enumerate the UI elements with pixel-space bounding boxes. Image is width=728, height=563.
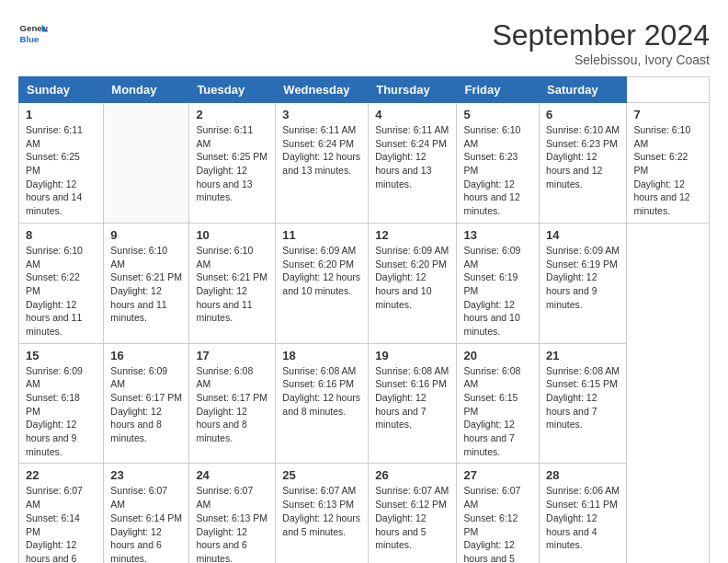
calendar-day-13: 13Sunrise: 6:09 AMSunset: 6:19 PMDayligh… — [457, 223, 540, 343]
calendar-day-7: 7Sunrise: 6:10 AMSunset: 6:22 PMDaylight… — [627, 103, 710, 224]
calendar-day-24: 24Sunrise: 6:07 AMSunset: 6:13 PMDayligh… — [189, 464, 276, 563]
location: Selebissou, Ivory Coast — [492, 52, 710, 67]
calendar-day-27: 27Sunrise: 6:07 AMSunset: 6:12 PMDayligh… — [457, 464, 540, 563]
calendar-day-12: 12Sunrise: 6:09 AMSunset: 6:20 PMDayligh… — [369, 223, 457, 343]
calendar-day-11: 11Sunrise: 6:09 AMSunset: 6:20 PMDayligh… — [276, 223, 369, 343]
calendar-day-17: 17Sunrise: 6:08 AMSunset: 6:17 PMDayligh… — [189, 343, 276, 464]
header-row: Sunday Monday Tuesday Wednesday Thursday… — [19, 77, 710, 103]
header-thursday: Thursday — [369, 77, 457, 103]
header-friday: Friday — [457, 77, 540, 103]
calendar-week-3: 15Sunrise: 6:09 AMSunset: 6:18 PMDayligh… — [19, 343, 710, 464]
calendar-day-21: 21Sunrise: 6:08 AMSunset: 6:15 PMDayligh… — [540, 343, 627, 464]
calendar-day-1: 1Sunrise: 6:11 AMSunset: 6:25 PMDaylight… — [19, 103, 104, 224]
calendar-day-22: 22Sunrise: 6:07 AMSunset: 6:14 PMDayligh… — [19, 464, 104, 563]
calendar-day-25: 25Sunrise: 6:07 AMSunset: 6:13 PMDayligh… — [276, 464, 369, 563]
header-sunday: Sunday — [19, 77, 104, 103]
calendar-day-20: 20Sunrise: 6:08 AMSunset: 6:15 PMDayligh… — [457, 343, 540, 464]
calendar-day-14: 14Sunrise: 6:09 AMSunset: 6:19 PMDayligh… — [540, 223, 627, 343]
calendar-week-1: 1Sunrise: 6:11 AMSunset: 6:25 PMDaylight… — [19, 103, 710, 224]
calendar-day-15: 15Sunrise: 6:09 AMSunset: 6:18 PMDayligh… — [19, 343, 104, 464]
calendar-day-10: 10Sunrise: 6:10 AMSunset: 6:21 PMDayligh… — [189, 223, 276, 343]
svg-text:Blue: Blue — [20, 34, 40, 44]
calendar-day-28: 28Sunrise: 6:06 AMSunset: 6:11 PMDayligh… — [540, 464, 627, 563]
header-monday: Monday — [104, 77, 189, 103]
page-header: General Blue September 2024 Selebissou, … — [18, 18, 710, 67]
calendar-table: Sunday Monday Tuesday Wednesday Thursday… — [18, 76, 710, 563]
header-tuesday: Tuesday — [189, 77, 276, 103]
calendar-day-2: 2Sunrise: 6:11 AMSunset: 6:25 PMDaylight… — [189, 103, 276, 224]
logo: General Blue — [18, 18, 48, 48]
calendar-day-19: 19Sunrise: 6:08 AMSunset: 6:16 PMDayligh… — [369, 343, 457, 464]
logo-icon: General Blue — [18, 18, 48, 48]
header-saturday: Saturday — [540, 77, 627, 103]
title-block: September 2024 Selebissou, Ivory Coast — [492, 18, 710, 67]
calendar-day-8: 8Sunrise: 6:10 AMSunset: 6:22 PMDaylight… — [19, 223, 104, 343]
calendar-day-4: 4Sunrise: 6:11 AMSunset: 6:24 PMDaylight… — [369, 103, 457, 224]
calendar-day-6: 6Sunrise: 6:10 AMSunset: 6:23 PMDaylight… — [540, 103, 627, 224]
month-title: September 2024 — [492, 18, 710, 52]
calendar-day-18: 18Sunrise: 6:08 AMSunset: 6:16 PMDayligh… — [276, 343, 369, 464]
calendar-day-3: 3Sunrise: 6:11 AMSunset: 6:24 PMDaylight… — [276, 103, 369, 224]
calendar-day-16: 16Sunrise: 6:09 AMSunset: 6:17 PMDayligh… — [104, 343, 189, 464]
calendar-day-9: 9Sunrise: 6:10 AMSunset: 6:21 PMDaylight… — [104, 223, 189, 343]
calendar-week-4: 22Sunrise: 6:07 AMSunset: 6:14 PMDayligh… — [19, 464, 710, 563]
header-wednesday: Wednesday — [276, 77, 369, 103]
calendar-day-5: 5Sunrise: 6:10 AMSunset: 6:23 PMDaylight… — [457, 103, 540, 224]
calendar-week-2: 8Sunrise: 6:10 AMSunset: 6:22 PMDaylight… — [19, 223, 710, 343]
calendar-day-empty — [104, 103, 189, 224]
calendar-day-23: 23Sunrise: 6:07 AMSunset: 6:14 PMDayligh… — [104, 464, 189, 563]
calendar-day-26: 26Sunrise: 6:07 AMSunset: 6:12 PMDayligh… — [369, 464, 457, 563]
